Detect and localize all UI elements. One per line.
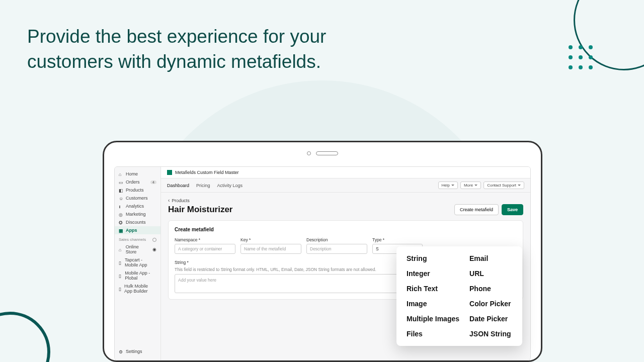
description-field: Description	[306, 237, 367, 254]
appbar: Metafields Custom Field Master	[161, 167, 530, 178]
eye-icon[interactable]: ◉	[152, 247, 156, 252]
tabbar: Dashboard Pricing Activity Logs Help Mor…	[161, 178, 530, 193]
string-label: String *	[175, 260, 189, 265]
save-button[interactable]: Save	[502, 204, 523, 215]
channel-label: Online Store	[126, 244, 150, 254]
more-button[interactable]: More	[460, 182, 481, 189]
sidebar-item-settings[interactable]: ⚙Settings	[115, 346, 160, 357]
settings-label: Settings	[126, 349, 142, 354]
tab-dashboard[interactable]: Dashboard	[167, 183, 189, 188]
sidebar-item-label: Orders	[126, 179, 140, 185]
namespace-input[interactable]	[175, 244, 235, 254]
sidebar-item-discounts[interactable]: ✪Discounts	[115, 218, 160, 226]
key-field: Key *	[240, 237, 301, 254]
sidebar: ⌂Home ▭Orders4 ◧Products ☺Customers ⫾Ana…	[115, 167, 161, 360]
type-option-rich-text[interactable]: Rich Text	[407, 285, 459, 293]
apps-icon: ▦	[119, 228, 123, 233]
sidebar-item-analytics[interactable]: ⫾Analytics	[115, 202, 160, 210]
type-label: Type *	[372, 237, 423, 242]
key-label: Key *	[240, 237, 301, 242]
mobile-icon: ▯	[119, 287, 122, 291]
speaker-icon	[316, 151, 338, 155]
page-title: Hair Moisturizer	[168, 205, 232, 215]
key-input[interactable]	[240, 244, 301, 254]
orders-icon: ▭	[119, 180, 123, 185]
create-metafield-button[interactable]: Create metafield	[454, 204, 499, 215]
sidebar-item-label: Apps	[126, 228, 137, 233]
store-icon: ⌂	[119, 247, 123, 252]
type-option-multiple-images[interactable]: Multiple Images	[407, 315, 459, 323]
type-option-string[interactable]: String	[407, 254, 459, 262]
customers-icon: ☺	[119, 196, 123, 201]
channel-hulk[interactable]: ▯Hulk Mobile App Builder	[115, 282, 160, 295]
gear-icon: ⚙	[119, 349, 123, 354]
orders-badge: 4	[150, 180, 156, 184]
discounts-icon: ✪	[119, 220, 123, 225]
sidebar-item-customers[interactable]: ☺Customers	[115, 194, 160, 202]
headline: Provide the best experience for your cus…	[27, 24, 410, 74]
description-input[interactable]	[306, 244, 367, 254]
type-popover: String Email Integer URL Rich Text Phone…	[396, 246, 522, 346]
contact-label: Contact Support	[487, 183, 516, 188]
type-option-url[interactable]: URL	[469, 269, 512, 278]
section-text: Sales channels	[119, 237, 146, 242]
chevron-left-icon: ‹	[168, 198, 170, 203]
products-icon: ◧	[119, 188, 123, 193]
tab-pricing[interactable]: Pricing	[196, 183, 210, 188]
decorative-circle-bottom-left	[0, 312, 50, 362]
help-button[interactable]: Help	[438, 182, 458, 189]
namespace-label: Namespace *	[175, 237, 235, 242]
breadcrumb-label: Products	[172, 198, 190, 203]
mobile-icon: ▯	[119, 260, 122, 265]
add-channel-icon[interactable]	[152, 238, 156, 242]
app-logo-icon	[167, 170, 172, 175]
sidebar-item-label: Analytics	[126, 204, 144, 209]
channel-online-store[interactable]: ⌂Online Store◉	[115, 243, 160, 256]
sidebar-item-label: Marketing	[126, 212, 146, 217]
channel-label: Tapcart - Mobile App	[125, 257, 156, 267]
tablet-notch	[307, 151, 338, 155]
channel-tapcart[interactable]: ▯Tapcart - Mobile App	[115, 256, 160, 269]
appbar-title: Metafields Custom Field Master	[175, 170, 239, 175]
type-option-image[interactable]: Image	[407, 300, 459, 308]
type-option-email[interactable]: Email	[469, 254, 512, 262]
tab-activity-logs[interactable]: Activity Logs	[217, 183, 243, 188]
home-icon: ⌂	[119, 172, 123, 176]
camera-icon	[307, 151, 311, 155]
channel-plobal[interactable]: ▯Mobile App - Plobal	[115, 269, 160, 282]
type-option-files[interactable]: Files	[407, 330, 459, 338]
marketing-icon: ◎	[119, 212, 123, 217]
type-option-color-picker[interactable]: Color Picker	[469, 300, 512, 308]
caret-icon	[518, 185, 521, 186]
sidebar-item-orders[interactable]: ▭Orders4	[115, 178, 160, 186]
sidebar-item-label: Discounts	[126, 220, 146, 225]
type-value: S	[376, 246, 379, 251]
contact-support-button[interactable]: Contact Support	[484, 182, 524, 189]
type-option-date-picker[interactable]: Date Picker	[469, 315, 512, 323]
caret-icon	[451, 185, 454, 186]
card-title: Create metafield	[175, 227, 517, 232]
sidebar-item-label: Customers	[126, 196, 148, 201]
mobile-icon: ▯	[119, 274, 122, 278]
help-label: Help	[442, 183, 450, 188]
breadcrumb[interactable]: ‹ Products	[168, 198, 523, 203]
analytics-icon: ⫾	[119, 204, 123, 209]
sidebar-item-home[interactable]: ⌂Home	[115, 170, 160, 178]
sidebar-item-label: Products	[126, 188, 144, 193]
description-label: Description	[306, 237, 367, 242]
more-label: More	[464, 183, 473, 188]
caret-icon	[474, 185, 477, 186]
namespace-field: Namespace *	[175, 237, 235, 254]
sidebar-item-label: Home	[126, 171, 138, 176]
sidebar-item-products[interactable]: ◧Products	[115, 186, 160, 194]
sales-channels-label: Sales channels	[115, 234, 160, 243]
channel-label: Mobile App - Plobal	[125, 270, 156, 281]
type-option-phone[interactable]: Phone	[469, 285, 512, 293]
sidebar-item-marketing[interactable]: ◎Marketing	[115, 210, 160, 218]
type-option-integer[interactable]: Integer	[407, 269, 459, 278]
channel-label: Hulk Mobile App Builder	[124, 284, 156, 294]
type-option-json-string[interactable]: JSON String	[469, 330, 512, 338]
sidebar-item-apps[interactable]: ▦Apps	[115, 226, 160, 234]
decorative-dots	[569, 45, 594, 70]
